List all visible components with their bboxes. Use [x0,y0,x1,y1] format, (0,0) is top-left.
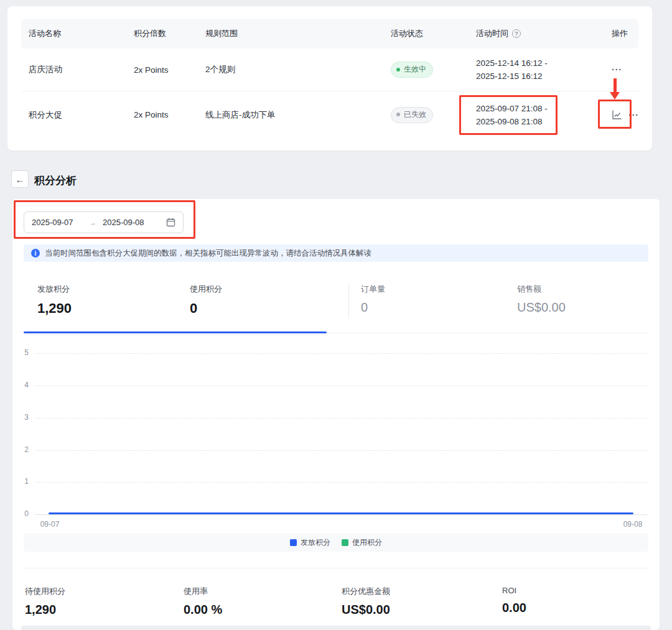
y-tick-label: 0 [12,509,29,518]
status-badge-label: 已失效 [404,109,426,120]
time-end: 2025-09-08 21:08 [476,115,548,128]
metric-label: 待使用积分 [25,586,65,597]
legend-label: 使用积分 [352,537,382,548]
legend-label: 发放积分 [301,537,330,548]
gridline [35,353,647,354]
metric-label: 订单量 [361,284,385,295]
calendar-icon [166,218,175,227]
activity-table-card: 活动名称 积分倍数 规则范围 活动状态 活动时间 ? 操作 店庆活动 2x Po… [7,6,652,151]
x-axis-line [35,514,647,515]
metric-label: 积分优惠金额 [342,586,390,597]
metric-value: 1,290 [37,300,72,317]
analytics-chart-button[interactable] [612,109,622,120]
time-start: 2025-12-14 16:12 - [476,57,548,70]
info-banner-text: 当前时间范围包含积分大促期间的数据，相关指标可能出现异常波动，请结合活动情况具体… [45,248,371,259]
col-header-actions: 操作 [604,19,638,49]
gridline [35,386,647,386]
metric-value: 1,290 [25,603,65,617]
metric-points-used: 使用积分 0 [190,284,222,317]
cell-status: 生效中 [383,49,469,91]
cell-status: 已失效 [383,91,469,138]
metric-usage-rate: 使用率 0.00 % [184,586,222,617]
date-range-picker[interactable]: 2025-09-07 → 2025-09-08 [24,211,184,233]
status-badge-label: 生效中 [404,64,426,75]
gridline [35,482,647,483]
legend-item-points-used[interactable]: 使用积分 [342,537,382,548]
legend-swatch-green-icon [342,539,348,546]
metric-value: 0 [190,300,222,317]
y-tick-label: 5 [12,348,29,357]
page-title: 积分分析 [34,174,77,188]
metric-roi: ROI 0.00 [502,586,526,615]
status-dot-icon [396,68,400,72]
chart-legend: 发放积分 使用积分 [24,533,648,552]
metric-value: US$0.00 [342,603,390,617]
y-tick-label: 2 [12,445,29,454]
y-tick-label: 3 [12,413,29,422]
x-tick-label: 09-07 [36,520,63,529]
gridline [35,450,647,451]
cell-multiplier: 2x Points [126,49,198,91]
cell-activity-name: 积分大促 [21,91,126,138]
trend-chart-icon [612,109,622,120]
metric-label: ROI [502,586,526,595]
metric-order-count: 订单量 0 [361,284,385,315]
series-line-points-issued [49,512,633,514]
col-header-time-label: 活动时间 [476,28,508,39]
y-tick-label: 4 [12,381,29,389]
more-actions-button[interactable]: ··· [612,65,622,74]
table-header-row: 活动名称 积分倍数 规则范围 活动状态 活动时间 ? 操作 [21,19,638,49]
help-icon[interactable]: ? [512,29,521,38]
cell-scope: 线上商店-成功下单 [198,91,383,138]
more-actions-button[interactable]: ··· [628,111,639,119]
metric-label: 使用积分 [190,284,222,295]
status-dot-icon [396,113,400,116]
col-header-name: 活动名称 [21,19,126,49]
y-tick-label: 1 [12,477,29,486]
cell-time: 2025-09-07 21:08 - 2025-09-08 21:08 [469,91,604,138]
cell-activity-name: 店庆活动 [21,49,126,91]
gridline [35,418,647,419]
active-tab-indicator [24,331,327,333]
date-end-value[interactable]: 2025-09-08 [103,218,166,227]
page: 活动名称 积分倍数 规则范围 活动状态 活动时间 ? 操作 店庆活动 2x Po… [0,0,672,630]
next-section-edge [21,626,651,630]
analysis-panel: 2025-09-07 → 2025-09-08 i 当前时间范围包含积分大促期间… [12,199,660,630]
metric-sales-amount: 销售额 US$0.00 [517,284,566,315]
metric-value: 0.00 % [184,603,222,617]
date-start-value[interactable]: 2025-09-07 [32,218,89,227]
horizontal-divider [24,568,648,568]
legend-item-points-issued[interactable]: 发放积分 [290,537,330,548]
col-header-time: 活动时间 ? [469,19,604,49]
status-badge-active: 生效中 [391,62,433,78]
legend-swatch-blue-icon [290,539,297,546]
col-header-status: 活动状态 [383,19,469,49]
metric-label: 使用率 [184,586,222,597]
tab-points-metrics[interactable]: 发放积分 1,290 使用积分 0 [24,279,338,333]
points-line-chart: 5 4 3 2 1 0 09-07 09-08 [12,345,660,532]
metric-value: 0 [361,300,385,315]
cell-scope: 2个规则 [198,49,383,91]
metric-discount-amount: 积分优惠金额 US$0.00 [342,586,390,617]
x-tick-label: 09-08 [619,520,646,529]
info-icon: i [31,249,40,257]
metric-label: 销售额 [517,284,566,295]
info-banner: i 当前时间范围包含积分大促期间的数据，相关指标可能出现异常波动，请结合活动情况… [24,244,648,262]
status-badge-expired: 已失效 [391,107,433,123]
time-start: 2025-09-07 21:08 - [476,102,548,115]
cell-time: 2025-12-14 16:12 - 2025-12-15 16:12 [469,49,604,91]
vertical-divider [348,284,349,318]
tab-order-metrics[interactable]: 订单量 0 销售额 US$0.00 [350,279,648,333]
col-header-multiplier: 积分倍数 [126,19,198,49]
back-button[interactable]: ← [11,170,29,188]
table-row: 店庆活动 2x Points 2个规则 生效中 2025-12-14 16:12… [21,49,638,91]
metric-value: US$0.00 [517,300,566,315]
cell-actions: ··· [604,49,638,91]
table-row: 积分大促 2x Points 线上商店-成功下单 已失效 2025-09-07 … [21,91,638,138]
time-end: 2025-12-15 16:12 [476,70,548,83]
arrow-right-icon: → [89,218,96,227]
metric-points-pending: 待使用积分 1,290 [25,586,65,617]
activity-table: 活动名称 积分倍数 规则范围 活动状态 活动时间 ? 操作 店庆活动 2x Po… [21,19,638,138]
metric-value: 0.00 [502,601,526,615]
metric-points-issued: 发放积分 1,290 [37,284,72,317]
